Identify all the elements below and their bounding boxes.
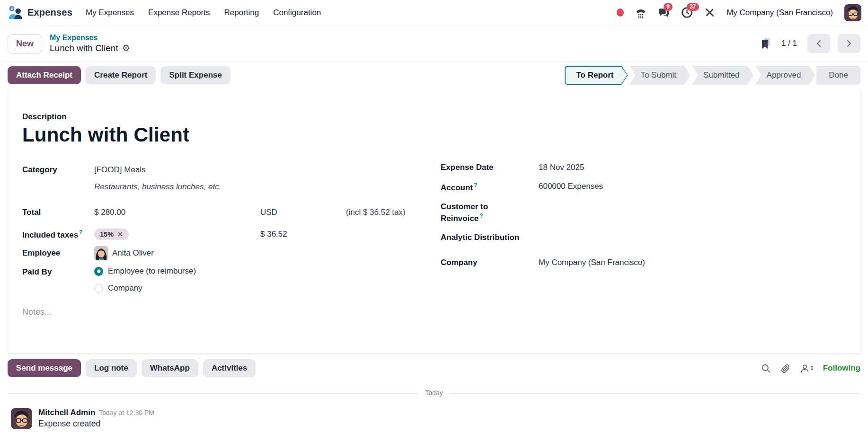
- customer-reinvoice-field[interactable]: [539, 202, 846, 202]
- included-taxes-label: Included taxes?: [22, 229, 94, 240]
- search-messages-icon[interactable]: [761, 363, 771, 373]
- customer-help-marker: ?: [479, 213, 483, 219]
- form-statusbar: Attach Receipt Create Report Split Expen…: [0, 62, 868, 89]
- pager-next-button[interactable]: [838, 34, 860, 53]
- messages-icon[interactable]: 9: [658, 7, 670, 18]
- status-step-submitted[interactable]: Submitted: [692, 66, 754, 85]
- attach-receipt-button[interactable]: Attach Receipt: [8, 66, 81, 84]
- message-timestamp: Today at 12:30 PM: [99, 409, 154, 416]
- following-toggle[interactable]: Following: [823, 363, 860, 373]
- activities-button[interactable]: Activities: [203, 359, 256, 377]
- app-title: Expenses: [27, 7, 72, 18]
- employee-label: Employee: [22, 248, 94, 258]
- menu-reporting[interactable]: Reporting: [224, 8, 259, 18]
- followers-icon[interactable]: 1: [800, 363, 814, 373]
- paid-by-label: Paid By: [22, 266, 94, 277]
- activities-clock-icon[interactable]: 37: [681, 7, 693, 18]
- send-message-button[interactable]: Send message: [8, 359, 81, 377]
- currency-field[interactable]: USD: [260, 208, 346, 217]
- attachments-paperclip-icon[interactable]: [780, 363, 790, 373]
- expense-title-input[interactable]: Lunch with Client: [22, 124, 846, 146]
- recording-indicator-icon[interactable]: [617, 9, 624, 17]
- form-right-column: Expense Date 18 Nov 2025 Account? 600000…: [441, 162, 846, 317]
- svg-text:$: $: [11, 7, 13, 11]
- employee-name: Anita Oliver: [112, 248, 154, 258]
- customer-reinvoice-label: Customer to Reinvoice?: [441, 202, 521, 225]
- app-switcher[interactable]: $ Expenses: [8, 5, 72, 20]
- analytic-distribution-label: Analytic Distribution: [441, 232, 521, 243]
- paidby-company-radio[interactable]: Company: [94, 284, 441, 293]
- status-step-done[interactable]: Done: [816, 66, 860, 85]
- systray: 9 37 My Company (San Francisco): [617, 4, 861, 21]
- debug-tools-icon[interactable]: [704, 7, 715, 18]
- company-label: Company: [441, 257, 521, 268]
- breadcrumb-current: Lunch with Client: [50, 43, 118, 54]
- total-amount-field[interactable]: $ 280.00: [94, 208, 260, 217]
- employee-field[interactable]: Anita Oliver: [94, 246, 441, 260]
- form-left-column: Category [FOOD] Meals Restaurants, busin…: [22, 162, 441, 317]
- activities-badge: 37: [687, 3, 699, 11]
- notes-input[interactable]: Notes...: [22, 307, 441, 317]
- new-button[interactable]: New: [8, 34, 42, 53]
- chatter-message: Mitchell Admin Today at 12:30 PM Expense…: [8, 402, 860, 429]
- pager-count: 1 / 1: [781, 39, 797, 48]
- paidby-employee-radio[interactable]: Employee (to reimburse): [94, 266, 441, 276]
- message-author-avatar[interactable]: [11, 408, 32, 429]
- actions-gear-icon[interactable]: ⚙: [122, 43, 130, 54]
- breadcrumb-my-expenses[interactable]: My Expenses: [50, 33, 130, 43]
- menu-configuration[interactable]: Configuration: [273, 8, 321, 18]
- total-label: Total: [22, 208, 94, 217]
- follower-count: 1: [810, 365, 814, 372]
- category-help-text: Restaurants, business lunches, etc.: [94, 182, 441, 192]
- split-expense-button[interactable]: Split Expense: [160, 66, 230, 84]
- radio-unselected-icon: [94, 284, 103, 293]
- radio-selected-icon: [94, 267, 103, 276]
- expenses-app-icon: $: [8, 5, 23, 20]
- company-field[interactable]: My Company (San Francisco): [539, 257, 846, 267]
- expenses-app-page: $ Expenses My Expenses Expense Reports R…: [0, 0, 868, 429]
- expense-date-field[interactable]: 18 Nov 2025: [539, 162, 846, 172]
- today-divider: Today: [8, 393, 860, 402]
- voip-phone-icon[interactable]: [635, 7, 647, 18]
- user-avatar[interactable]: [844, 4, 861, 21]
- taxes-help-marker: ?: [79, 229, 82, 236]
- menu-my-expenses[interactable]: My Expenses: [86, 8, 134, 18]
- pager-previous-button[interactable]: [807, 34, 830, 53]
- whatsapp-button[interactable]: WhatsApp: [142, 359, 198, 377]
- tax-amount-value: $ 36.52: [260, 230, 346, 239]
- expense-date-label: Expense Date: [441, 162, 521, 173]
- status-step-approved[interactable]: Approved: [755, 66, 815, 85]
- analytic-distribution-field[interactable]: [539, 232, 846, 233]
- tax-included-note: (incl $ 36.52 tax): [346, 208, 441, 217]
- messages-badge: 9: [664, 3, 673, 11]
- status-step-to-submit[interactable]: To Submit: [629, 66, 691, 85]
- breadcrumb: My Expenses Lunch with Client ⚙: [50, 33, 130, 54]
- account-field[interactable]: 600000 Expenses: [539, 181, 846, 191]
- status-step-to-report[interactable]: To Report: [565, 66, 628, 85]
- remove-tax-icon[interactable]: ✕: [117, 230, 123, 238]
- company-selector[interactable]: My Company (San Francisco): [726, 8, 833, 18]
- status-pipeline: To Report To Submit Submitted Approved D…: [565, 66, 860, 85]
- pager-area: 1 / 1: [761, 34, 860, 53]
- description-label: Description: [22, 112, 846, 122]
- chatter: Send message Log note WhatsApp Activitie…: [0, 354, 868, 429]
- tax-tag-15[interactable]: 15% ✕: [94, 229, 129, 240]
- log-note-button[interactable]: Log note: [86, 359, 137, 377]
- control-panel: New My Expenses Lunch with Client ⚙ 1 / …: [0, 26, 868, 62]
- create-report-button[interactable]: Create Report: [86, 66, 156, 84]
- account-help-marker: ?: [474, 182, 477, 188]
- form-sheet: Description Lunch with Client Category […: [8, 89, 860, 354]
- category-field[interactable]: [FOOD] Meals: [94, 165, 441, 175]
- category-label: Category: [22, 165, 94, 175]
- employee-avatar: [94, 246, 108, 260]
- bookmark-icon[interactable]: [761, 38, 771, 49]
- menu-expense-reports[interactable]: Expense Reports: [148, 8, 210, 18]
- top-navbar: $ Expenses My Expenses Expense Reports R…: [0, 0, 868, 26]
- message-author[interactable]: Mitchell Admin: [38, 408, 95, 417]
- message-body: Expense created: [38, 419, 154, 429]
- account-label: Account?: [441, 181, 521, 194]
- main-menu: My Expenses Expense Reports Reporting Co…: [86, 8, 321, 18]
